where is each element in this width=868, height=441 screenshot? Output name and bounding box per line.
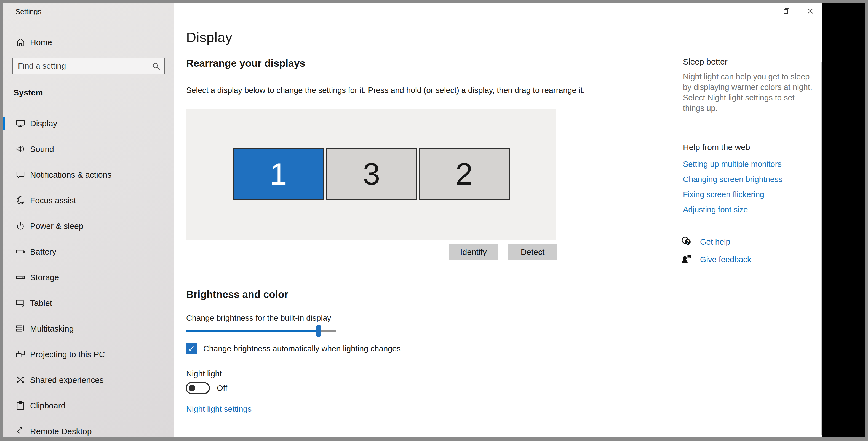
- sleep-better-body: Night light can help you get to sleep by…: [683, 71, 816, 113]
- power-icon: [15, 221, 26, 231]
- sidebar-item-projecting[interactable]: Projecting to this PC: [3, 342, 174, 367]
- sidebar-item-label: Multitasking: [30, 324, 74, 334]
- night-light-toggle[interactable]: [186, 382, 210, 394]
- tablet-icon: [15, 297, 26, 308]
- selection-indicator: [3, 117, 5, 130]
- get-help-link[interactable]: Get help: [700, 238, 731, 247]
- get-help-row[interactable]: ? Get help: [681, 236, 731, 248]
- minimize-button[interactable]: [751, 3, 775, 19]
- desktop-background: Settings Home System: [3, 3, 865, 437]
- rearrange-heading: Rearrange your displays: [186, 58, 305, 69]
- sidebar-item-battery[interactable]: Battery: [3, 239, 174, 265]
- search-input[interactable]: [13, 58, 164, 74]
- sidebar-item-tablet[interactable]: Tablet: [3, 290, 174, 316]
- restore-button[interactable]: [775, 3, 799, 19]
- sidebar: Settings Home System: [3, 3, 174, 437]
- help-link-font-size[interactable]: Adjusting font size: [683, 205, 782, 214]
- brightness-heading: Brightness and color: [186, 289, 288, 300]
- monitor-2[interactable]: 2: [419, 148, 510, 200]
- sidebar-item-label: Sound: [30, 145, 54, 154]
- night-light-settings-link[interactable]: Night light settings: [186, 405, 252, 414]
- sidebar-item-clipboard[interactable]: Clipboard: [3, 393, 174, 419]
- close-icon: [806, 7, 814, 15]
- remote-desktop-icon: [15, 426, 26, 436]
- minimize-icon: [759, 7, 767, 15]
- screenshot-frame: Settings Home System: [0, 0, 868, 441]
- sidebar-item-label: Notifications & actions: [30, 170, 112, 180]
- vertical-scrollbar[interactable]: [821, 62, 822, 435]
- sidebar-item-focus-assist[interactable]: Focus assist: [3, 188, 174, 214]
- give-feedback-icon: [681, 253, 693, 265]
- auto-brightness-label: Change brightness automatically when lig…: [203, 344, 401, 353]
- help-link-screen-flickering[interactable]: Fixing screen flickering: [683, 190, 782, 199]
- sidebar-item-shared-experiences[interactable]: Shared experiences: [3, 367, 174, 393]
- settings-window: Settings Home System: [3, 3, 822, 437]
- multitasking-icon: [15, 323, 26, 334]
- detect-button[interactable]: Detect: [508, 244, 557, 260]
- window-caption-buttons: [751, 3, 822, 19]
- sidebar-item-label: Shared experiences: [30, 375, 104, 385]
- display-icon: [15, 118, 26, 128]
- night-light-state: Off: [217, 384, 227, 393]
- rearrange-description: Select a display below to change the set…: [186, 86, 585, 95]
- shared-experiences-icon: [15, 375, 26, 385]
- toggle-knob: [189, 385, 195, 391]
- sidebar-item-label: Power & sleep: [30, 221, 83, 231]
- auto-brightness-row: ✓ Change brightness automatically when l…: [186, 343, 401, 354]
- drive-icon: [15, 272, 26, 282]
- brightness-slider[interactable]: [186, 322, 336, 340]
- give-feedback-link[interactable]: Give feedback: [700, 255, 751, 264]
- sidebar-item-multitasking[interactable]: Multitasking: [3, 316, 174, 342]
- speech-bubble-icon: [15, 169, 26, 180]
- sidebar-item-storage[interactable]: Storage: [3, 265, 174, 290]
- clipboard-icon: [15, 400, 26, 411]
- sidebar-item-label: Home: [30, 38, 52, 47]
- get-help-icon: ?: [681, 236, 693, 248]
- monitor-3[interactable]: 3: [326, 148, 417, 200]
- identify-button[interactable]: Identify: [449, 244, 498, 260]
- battery-icon: [15, 246, 26, 257]
- sidebar-section-system: System: [13, 88, 43, 97]
- window-title: Settings: [16, 7, 41, 16]
- help-link-screen-brightness[interactable]: Changing screen brightness: [683, 175, 782, 184]
- sidebar-item-label: Remote Desktop: [30, 427, 92, 436]
- display-arrangement-panel: 1 3 2: [186, 109, 556, 241]
- help-link-multiple-monitors[interactable]: Setting up multiple monitors: [683, 160, 782, 169]
- search-box: [12, 58, 165, 74]
- help-from-web-heading: Help from the web: [683, 143, 750, 152]
- monitor-number: 3: [363, 156, 380, 192]
- page-title: Display: [186, 30, 232, 45]
- restore-icon: [782, 7, 791, 15]
- monitor-number: 2: [456, 156, 473, 192]
- sidebar-item-label: Battery: [30, 247, 56, 256]
- sleep-better-heading: Sleep better: [683, 57, 727, 66]
- brightness-slider-label: Change brightness for the built-in displ…: [186, 314, 331, 323]
- close-button[interactable]: [799, 3, 822, 19]
- svg-text:?: ?: [686, 240, 689, 244]
- monitor-number: 1: [270, 156, 287, 192]
- crescent-moon-icon: [15, 195, 26, 206]
- speaker-icon: [15, 144, 26, 154]
- sidebar-item-home[interactable]: Home: [3, 34, 174, 52]
- sidebar-item-label: Tablet: [30, 298, 52, 308]
- sidebar-item-notifications[interactable]: Notifications & actions: [3, 162, 174, 188]
- sidebar-item-remote-desktop[interactable]: Remote Desktop: [3, 419, 174, 437]
- sidebar-item-label: Focus assist: [30, 196, 76, 205]
- checkmark-icon: ✓: [188, 344, 195, 353]
- sidebar-nav: Display Sound Notifica: [3, 111, 174, 437]
- auto-brightness-checkbox[interactable]: ✓: [186, 343, 197, 354]
- monitor-1[interactable]: 1: [232, 148, 324, 200]
- sidebar-item-sound[interactable]: Sound: [3, 136, 174, 162]
- sidebar-item-power-sleep[interactable]: Power & sleep: [3, 214, 174, 239]
- brightness-slider-fill: [186, 330, 318, 332]
- give-feedback-row[interactable]: Give feedback: [681, 253, 751, 265]
- projecting-icon: [15, 349, 26, 359]
- help-links: Setting up multiple monitors Changing sc…: [683, 160, 782, 214]
- main-content: Display Rearrange your displays Select a…: [174, 3, 822, 437]
- brightness-slider-thumb[interactable]: [316, 325, 321, 337]
- night-light-label: Night light: [186, 369, 222, 378]
- magnifier-icon[interactable]: [151, 62, 161, 72]
- sidebar-item-display[interactable]: Display: [3, 111, 174, 136]
- sidebar-item-label: Display: [30, 119, 57, 128]
- home-icon: [15, 37, 26, 48]
